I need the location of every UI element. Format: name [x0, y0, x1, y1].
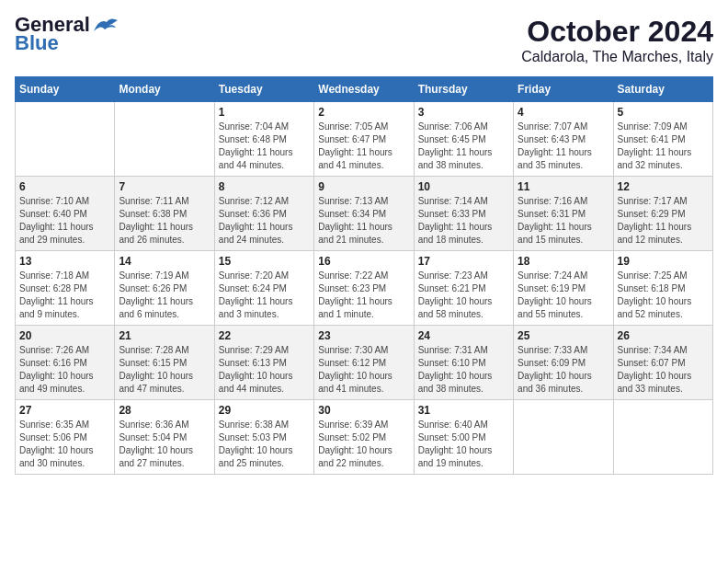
day-info: Sunrise: 7:25 AM Sunset: 6:18 PM Dayligh… — [618, 270, 709, 321]
table-row: 30Sunrise: 6:39 AM Sunset: 5:02 PM Dayli… — [314, 400, 414, 475]
header-wednesday: Wednesday — [314, 77, 414, 102]
table-row: 13Sunrise: 7:18 AM Sunset: 6:28 PM Dayli… — [16, 251, 115, 326]
table-row: 10Sunrise: 7:14 AM Sunset: 6:33 PM Dayli… — [414, 177, 513, 251]
day-number: 26 — [618, 329, 709, 342]
day-number: 9 — [318, 180, 409, 193]
table-row: 1Sunrise: 7:04 AM Sunset: 6:48 PM Daylig… — [214, 102, 313, 177]
day-number: 15 — [219, 255, 310, 268]
day-info: Sunrise: 7:29 AM Sunset: 6:13 PM Dayligh… — [219, 344, 310, 396]
day-number: 11 — [518, 180, 609, 193]
day-info: Sunrise: 7:04 AM Sunset: 6:48 PM Dayligh… — [219, 121, 310, 172]
table-row: 25Sunrise: 7:33 AM Sunset: 6:09 PM Dayli… — [514, 326, 613, 400]
day-info: Sunrise: 6:38 AM Sunset: 5:03 PM Dayligh… — [219, 419, 310, 470]
table-row — [115, 102, 214, 177]
table-row — [514, 400, 613, 475]
table-row: 15Sunrise: 7:20 AM Sunset: 6:24 PM Dayli… — [214, 251, 313, 326]
table-row: 11Sunrise: 7:16 AM Sunset: 6:31 PM Dayli… — [514, 177, 613, 251]
table-row: 21Sunrise: 7:28 AM Sunset: 6:15 PM Dayli… — [115, 326, 214, 400]
day-info: Sunrise: 7:09 AM Sunset: 6:41 PM Dayligh… — [618, 121, 709, 172]
calendar-header: Sunday Monday Tuesday Wednesday Thursday… — [16, 77, 713, 102]
day-number: 1 — [219, 106, 310, 119]
table-row: 12Sunrise: 7:17 AM Sunset: 6:29 PM Dayli… — [613, 177, 712, 251]
day-info: Sunrise: 7:05 AM Sunset: 6:47 PM Dayligh… — [318, 121, 409, 172]
day-info: Sunrise: 7:33 AM Sunset: 6:09 PM Dayligh… — [518, 344, 609, 396]
day-number: 10 — [418, 180, 509, 193]
logo-bird-icon — [92, 15, 119, 35]
day-number: 2 — [318, 106, 409, 119]
day-info: Sunrise: 7:17 AM Sunset: 6:29 PM Dayligh… — [618, 195, 709, 247]
table-row: 17Sunrise: 7:23 AM Sunset: 6:21 PM Dayli… — [414, 251, 513, 326]
table-row — [613, 400, 712, 475]
table-row: 29Sunrise: 6:38 AM Sunset: 5:03 PM Dayli… — [214, 400, 313, 475]
day-info: Sunrise: 7:22 AM Sunset: 6:23 PM Dayligh… — [318, 270, 409, 321]
header-thursday: Thursday — [414, 77, 513, 102]
day-number: 21 — [119, 329, 210, 342]
day-info: Sunrise: 7:11 AM Sunset: 6:38 PM Dayligh… — [119, 195, 210, 247]
table-row: 28Sunrise: 6:36 AM Sunset: 5:04 PM Dayli… — [115, 400, 214, 475]
table-row: 26Sunrise: 7:34 AM Sunset: 6:07 PM Dayli… — [613, 326, 712, 400]
day-info: Sunrise: 7:28 AM Sunset: 6:15 PM Dayligh… — [119, 344, 210, 396]
table-row: 19Sunrise: 7:25 AM Sunset: 6:18 PM Dayli… — [613, 251, 712, 326]
page-header: General Blue October 2024 Caldarola, The… — [15, 15, 713, 65]
day-number: 29 — [219, 404, 310, 417]
table-row: 31Sunrise: 6:40 AM Sunset: 5:00 PM Dayli… — [414, 400, 513, 475]
day-number: 31 — [418, 404, 509, 417]
day-number: 12 — [618, 180, 709, 193]
header-sunday: Sunday — [16, 77, 115, 102]
day-number: 3 — [418, 106, 509, 119]
day-number: 30 — [318, 404, 409, 417]
table-row: 5Sunrise: 7:09 AM Sunset: 6:41 PM Daylig… — [613, 102, 712, 177]
day-number: 19 — [618, 255, 709, 268]
day-info: Sunrise: 7:19 AM Sunset: 6:26 PM Dayligh… — [119, 270, 210, 321]
day-info: Sunrise: 7:24 AM Sunset: 6:19 PM Dayligh… — [518, 270, 609, 321]
table-row: 9Sunrise: 7:13 AM Sunset: 6:34 PM Daylig… — [314, 177, 414, 251]
calendar-title: October 2024 — [521, 15, 713, 49]
day-number: 23 — [318, 329, 409, 342]
day-number: 18 — [518, 255, 609, 268]
day-info: Sunrise: 7:07 AM Sunset: 6:43 PM Dayligh… — [518, 121, 609, 172]
day-number: 17 — [418, 255, 509, 268]
calendar-table: Sunday Monday Tuesday Wednesday Thursday… — [15, 76, 713, 475]
header-tuesday: Tuesday — [214, 77, 313, 102]
table-row: 14Sunrise: 7:19 AM Sunset: 6:26 PM Dayli… — [115, 251, 214, 326]
day-info: Sunrise: 6:39 AM Sunset: 5:02 PM Dayligh… — [318, 419, 409, 470]
day-number: 13 — [19, 255, 110, 268]
title-block: October 2024 Caldarola, The Marches, Ita… — [521, 15, 713, 65]
day-number: 28 — [119, 404, 210, 417]
table-row: 7Sunrise: 7:11 AM Sunset: 6:38 PM Daylig… — [115, 177, 214, 251]
calendar-subtitle: Caldarola, The Marches, Italy — [521, 49, 713, 65]
table-row: 18Sunrise: 7:24 AM Sunset: 6:19 PM Dayli… — [514, 251, 613, 326]
table-row: 23Sunrise: 7:30 AM Sunset: 6:12 PM Dayli… — [314, 326, 414, 400]
day-number: 5 — [618, 106, 709, 119]
table-row: 3Sunrise: 7:06 AM Sunset: 6:45 PM Daylig… — [414, 102, 513, 177]
day-number: 22 — [219, 329, 310, 342]
day-info: Sunrise: 7:34 AM Sunset: 6:07 PM Dayligh… — [618, 344, 709, 396]
table-row — [16, 102, 115, 177]
day-number: 14 — [119, 255, 210, 268]
day-number: 25 — [518, 329, 609, 342]
day-number: 4 — [518, 106, 609, 119]
day-number: 27 — [19, 404, 110, 417]
header-saturday: Saturday — [613, 77, 712, 102]
day-number: 20 — [19, 329, 110, 342]
day-info: Sunrise: 6:40 AM Sunset: 5:00 PM Dayligh… — [418, 419, 509, 470]
table-row: 2Sunrise: 7:05 AM Sunset: 6:47 PM Daylig… — [314, 102, 414, 177]
day-info: Sunrise: 7:18 AM Sunset: 6:28 PM Dayligh… — [19, 270, 110, 321]
logo: General Blue — [15, 15, 119, 55]
header-friday: Friday — [514, 77, 613, 102]
day-number: 16 — [318, 255, 409, 268]
table-row: 4Sunrise: 7:07 AM Sunset: 6:43 PM Daylig… — [514, 102, 613, 177]
table-row: 24Sunrise: 7:31 AM Sunset: 6:10 PM Dayli… — [414, 326, 513, 400]
day-info: Sunrise: 7:30 AM Sunset: 6:12 PM Dayligh… — [318, 344, 409, 396]
day-info: Sunrise: 7:14 AM Sunset: 6:33 PM Dayligh… — [418, 195, 509, 247]
day-info: Sunrise: 7:26 AM Sunset: 6:16 PM Dayligh… — [19, 344, 110, 396]
table-row: 16Sunrise: 7:22 AM Sunset: 6:23 PM Dayli… — [314, 251, 414, 326]
day-info: Sunrise: 7:06 AM Sunset: 6:45 PM Dayligh… — [418, 121, 509, 172]
day-info: Sunrise: 7:10 AM Sunset: 6:40 PM Dayligh… — [19, 195, 110, 247]
day-info: Sunrise: 6:35 AM Sunset: 5:06 PM Dayligh… — [19, 419, 110, 470]
calendar-body: 1Sunrise: 7:04 AM Sunset: 6:48 PM Daylig… — [16, 102, 713, 475]
table-row: 22Sunrise: 7:29 AM Sunset: 6:13 PM Dayli… — [214, 326, 313, 400]
day-number: 7 — [119, 180, 210, 193]
table-row: 27Sunrise: 6:35 AM Sunset: 5:06 PM Dayli… — [16, 400, 115, 475]
day-info: Sunrise: 7:12 AM Sunset: 6:36 PM Dayligh… — [219, 195, 310, 247]
